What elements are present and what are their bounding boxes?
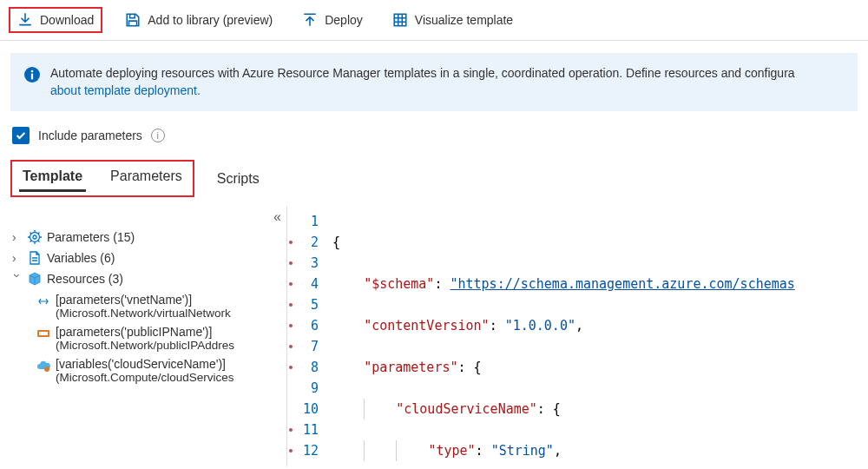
document-icon [28, 251, 42, 265]
gear-icon [28, 230, 42, 244]
chevron-right-icon: › [12, 230, 23, 244]
line-gutter: 1 2 3 4 5 6 7 8 9 10 11 12 [287, 206, 326, 466]
visualize-button[interactable]: Visualize template [385, 9, 520, 31]
resource-type: (Microsoft.Network/virtualNetwork [56, 307, 231, 320]
include-parameters-row: Include parameters i [12, 127, 856, 144]
tree-sidebar: « › Parameters (15) › Variables (6) › Re… [0, 206, 286, 466]
check-icon [15, 129, 27, 142]
resource-item-publicip[interactable]: [parameters('publicIPName')](Microsoft.N… [36, 325, 283, 352]
download-label: Download [40, 13, 94, 27]
toolbar: Download Add to library (preview) Deploy… [0, 0, 868, 41]
tab-scripts[interactable]: Scripts [214, 166, 263, 192]
tab-template[interactable]: Template [19, 163, 86, 192]
resource-type: (Microsoft.Network/publicIPAddres [56, 339, 234, 352]
resource-item-vnet[interactable]: [parameters('vnetName')](Microsoft.Netwo… [36, 293, 283, 320]
code-content: { "$schema": "https://schema.management.… [326, 206, 868, 466]
svg-rect-6 [39, 332, 48, 335]
body: « › Parameters (15) › Variables (6) › Re… [0, 206, 868, 466]
cube-icon [28, 272, 42, 286]
resource-item-cloudservice[interactable]: [variables('cloudServiceName')](Microsof… [36, 357, 283, 384]
tabs-row: Template Parameters Scripts [10, 160, 868, 197]
tree-resources-label: Resources (3) [47, 272, 123, 286]
deploy-label: Deploy [325, 13, 363, 27]
tabs-highlight: Template Parameters [10, 160, 194, 197]
svg-point-7 [44, 367, 49, 372]
include-parameters-checkbox[interactable] [12, 127, 30, 144]
include-parameters-label: Include parameters [38, 129, 142, 142]
add-library-button[interactable]: Add to library (preview) [118, 9, 279, 31]
cloud-icon [36, 359, 50, 373]
svg-point-1 [31, 70, 34, 73]
info-tooltip-icon[interactable]: i [151, 129, 165, 142]
tree-resources[interactable]: › Resources (3) [12, 268, 283, 289]
tree-variables-label: Variables (6) [47, 251, 115, 265]
code-editor[interactable]: 1 2 3 4 5 6 7 8 9 10 11 12 { "$schema": … [286, 206, 868, 466]
tab-parameters[interactable]: Parameters [107, 163, 186, 192]
tree-parameters-label: Parameters (15) [47, 230, 135, 244]
grid-icon [392, 12, 408, 28]
chevron-down-icon: › [10, 274, 24, 284]
add-library-label: Add to library (preview) [148, 13, 273, 27]
deploy-button[interactable]: Deploy [295, 9, 370, 31]
resource-label: [parameters('vnetName')] [56, 293, 231, 307]
save-icon [125, 12, 141, 28]
ip-icon [36, 327, 50, 340]
svg-rect-2 [31, 74, 33, 80]
upload-icon [302, 12, 318, 28]
collapse-sidebar-icon[interactable]: « [273, 209, 281, 225]
network-icon [36, 294, 50, 308]
download-icon [17, 12, 33, 28]
svg-point-4 [33, 235, 36, 239]
resource-label: [parameters('publicIPName')] [56, 325, 234, 339]
tree-variables[interactable]: › Variables (6) [12, 248, 283, 268]
banner-text: Automate deploying resources with Azure … [50, 66, 795, 80]
visualize-label: Visualize template [415, 13, 513, 27]
info-icon [24, 67, 40, 83]
info-banner: Automate deploying resources with Azure … [10, 53, 858, 111]
chevron-right-icon: › [12, 251, 23, 265]
resource-type: (Microsoft.Compute/cloudServices [56, 371, 234, 384]
banner-link[interactable]: about template deployment. [50, 83, 201, 97]
tree-parameters[interactable]: › Parameters (15) [12, 227, 283, 248]
resource-label: [variables('cloudServiceName')] [56, 357, 234, 371]
download-button[interactable]: Download [9, 7, 102, 33]
